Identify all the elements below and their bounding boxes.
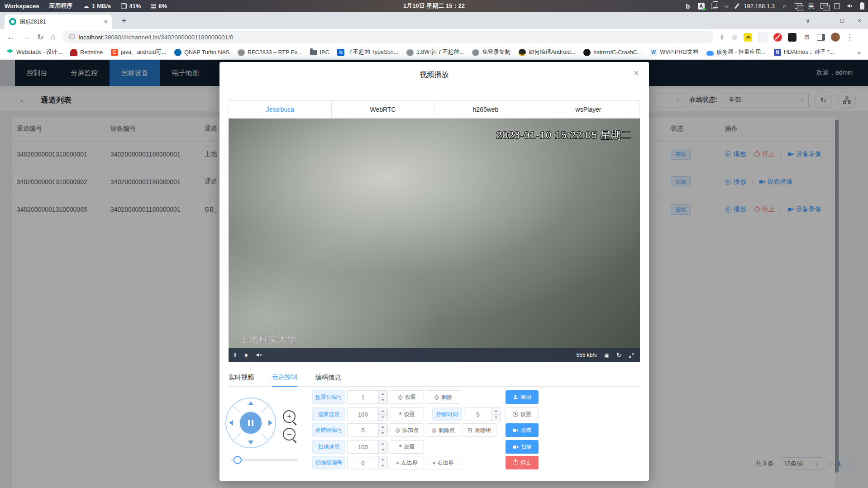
increase-icon[interactable]	[379, 424, 387, 431]
side-panel-icon[interactable]	[817, 34, 825, 41]
bookmark-item[interactable]: 知了不起的 TypeScri...	[337, 48, 398, 56]
displays-icon[interactable]	[820, 3, 828, 9]
address-bar[interactable]: ⓘ localhost:38080/#/channelList/34020000…	[63, 31, 713, 43]
browser-tab[interactable]: 国标28181 ×	[5, 14, 112, 29]
tab-jessibuca[interactable]: Jessibuca	[229, 101, 332, 118]
number-stepper[interactable]	[378, 391, 387, 403]
browser-menu-icon[interactable]: ⋮	[846, 33, 854, 42]
ptz-direction-pad[interactable]	[225, 398, 276, 448]
pause-button[interactable]: ‖	[234, 352, 236, 359]
home-icon[interactable]: ⌂	[51, 33, 55, 42]
window-maximize-button[interactable]: □	[834, 17, 851, 24]
ptz-down-arrow[interactable]	[248, 441, 253, 445]
decrease-icon[interactable]	[379, 398, 387, 404]
decrease-icon[interactable]	[379, 431, 387, 437]
increase-icon[interactable]	[379, 391, 387, 398]
extension-adblock-icon[interactable]	[773, 33, 782, 42]
bookmark-item[interactable]: hairrrrr/C-CrashC...	[583, 49, 642, 56]
clipboard-tray-icon[interactable]	[711, 3, 716, 9]
number-stepper[interactable]	[378, 456, 387, 469]
profile-avatar[interactable]	[831, 33, 840, 42]
zoom-in-button[interactable]: +	[283, 410, 296, 423]
scan-group-input[interactable]: 0	[347, 456, 388, 469]
ptz-speed-slider[interactable]	[231, 459, 298, 461]
tab-live-video[interactable]: 实时视频	[229, 369, 254, 387]
cruise-group-input[interactable]: 0	[347, 423, 388, 437]
bookmarks-overflow-icon[interactable]: »	[857, 49, 861, 56]
preset-number-input[interactable]: 1	[347, 390, 388, 404]
cruise-speed-set-button[interactable]: *设置	[390, 407, 424, 421]
snapshot-button[interactable]: ◉	[604, 352, 609, 359]
caffeine-tray-icon[interactable]: ☕	[723, 2, 730, 9]
preset-set-button[interactable]: ◎设置	[390, 390, 424, 404]
bookmark-item[interactable]: 如何编译Android...	[519, 48, 576, 56]
bookmark-item[interactable]: 服务器 - 轻量应用...	[706, 48, 766, 56]
increase-icon[interactable]	[379, 408, 387, 415]
increase-icon[interactable]	[379, 456, 387, 463]
bookmark-item[interactable]: 1.8W字|了不起的...	[406, 48, 464, 56]
stop-ptz-button[interactable]: 停止	[506, 456, 539, 469]
applications-menu[interactable]: 应用程序	[49, 2, 72, 10]
tab-codec-info[interactable]: 编码信息	[315, 369, 341, 387]
new-tab-button[interactable]: +	[119, 15, 129, 26]
input-method-indicator[interactable]: 英	[808, 2, 814, 10]
delete-group-button[interactable]: 删除组	[462, 423, 496, 437]
bookmark-item[interactable]: Webstack - 设计...	[6, 48, 62, 56]
player-refresh-button[interactable]: ↻	[616, 352, 621, 359]
bookmark-item[interactable]: QNAP Turbo NAS	[174, 49, 229, 56]
left-boundary-button[interactable]: «左边界	[390, 456, 424, 469]
increase-icon[interactable]	[492, 408, 501, 415]
share-icon[interactable]: ⇧	[720, 33, 725, 41]
video-player[interactable]: 2023-01-10 15:22:05 星期二 上地科实大华 ‖ ■ 555 k…	[229, 118, 640, 362]
fullscreen-button[interactable]	[629, 352, 634, 358]
ip-address[interactable]: 192.168.1.3	[744, 3, 775, 9]
tab-h265web[interactable]: h265web	[434, 101, 537, 118]
forward-icon[interactable]: →	[22, 33, 30, 42]
decrease-icon[interactable]	[492, 415, 501, 421]
number-stepper[interactable]	[378, 441, 387, 453]
tab-close-icon[interactable]: ×	[104, 18, 108, 25]
bookmark-star-icon[interactable]: ☆	[731, 33, 738, 42]
tab-search-chevron-icon[interactable]: ∨	[799, 17, 816, 24]
number-stepper[interactable]	[491, 408, 501, 421]
screenshot-tray-icon[interactable]	[734, 3, 739, 9]
extension-js-icon[interactable]: JS	[744, 33, 752, 42]
reload-icon[interactable]: ↻	[37, 33, 43, 42]
stop-button[interactable]: ■	[244, 352, 248, 358]
scan-speed-set-button[interactable]: *设置	[390, 440, 424, 454]
bookmark-item[interactable]: 免登录复制	[472, 48, 510, 56]
scan-speed-input[interactable]: 100	[347, 440, 388, 454]
bookmark-item[interactable]: RFC2833 – RTP Ev...	[238, 49, 302, 56]
zoom-out-button[interactable]: –	[283, 428, 296, 441]
ptz-left-arrow[interactable]	[229, 420, 233, 426]
stay-time-input[interactable]: 5	[464, 407, 501, 421]
ime-tray-icon[interactable]: A	[698, 3, 705, 9]
number-stepper[interactable]	[378, 408, 387, 421]
mute-button[interactable]	[256, 352, 262, 358]
bing-tray-icon[interactable]: b	[684, 2, 692, 9]
window-minimize-button[interactable]: –	[816, 17, 834, 24]
ptz-right-arrow[interactable]	[268, 420, 272, 426]
extension-dark-icon[interactable]	[788, 33, 796, 42]
dialog-close-icon[interactable]: ×	[634, 68, 639, 77]
bookmark-item[interactable]: Redmine	[70, 49, 103, 56]
tab-wsplayer[interactable]: wsPlayer	[537, 101, 639, 118]
add-point-button[interactable]: ◎添加点	[390, 423, 424, 437]
volume-icon[interactable]	[846, 2, 854, 9]
window-close-button[interactable]: ×	[851, 17, 868, 24]
bookmark-item[interactable]: WWVP-PRO文档	[650, 48, 698, 56]
ptz-up-arrow[interactable]	[248, 401, 253, 405]
tab-webrtc[interactable]: WebRTC	[332, 101, 434, 118]
bookmark-item[interactable]: IPC	[310, 49, 329, 56]
extension-icon[interactable]	[758, 33, 768, 42]
preset-delete-button[interactable]: ◎删除	[426, 390, 460, 404]
right-boundary-button[interactable]: »右边界	[426, 456, 460, 469]
workspaces-button[interactable]: Workspaces	[5, 3, 39, 9]
back-icon[interactable]: ←	[7, 33, 15, 42]
ptz-pause-button[interactable]	[238, 411, 263, 435]
delete-point-button[interactable]: ◎删除点	[426, 423, 460, 437]
cruise-speed-input[interactable]: 100	[347, 407, 388, 421]
site-info-icon[interactable]: ⓘ	[69, 33, 75, 41]
tab-ptz-control[interactable]: 云台控制	[272, 369, 297, 387]
decrease-icon[interactable]	[379, 463, 387, 469]
